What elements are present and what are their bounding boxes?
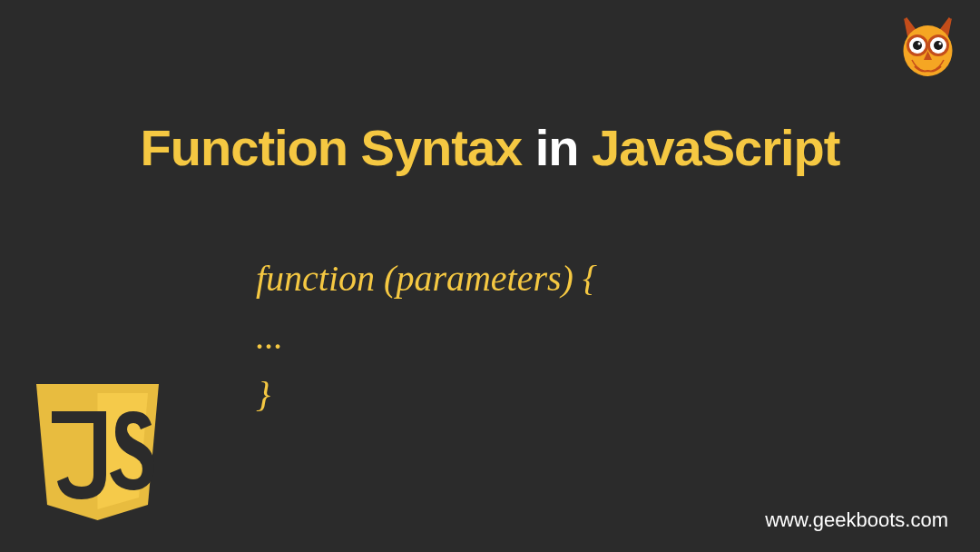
code-line-2: ... (256, 308, 597, 366)
code-line-3: } (256, 366, 597, 424)
title-part2: in (522, 119, 592, 176)
owl-logo-icon (898, 16, 957, 80)
svg-point-7 (913, 41, 922, 50)
website-url: www.geekboots.com (765, 508, 948, 532)
js-logo-icon (32, 380, 163, 525)
title-part1: Function Syntax (141, 119, 523, 176)
svg-point-10 (939, 43, 942, 45)
svg-point-9 (918, 43, 921, 45)
svg-point-8 (934, 41, 943, 50)
code-snippet: function (parameters) { ... } (256, 250, 597, 424)
page-title: Function Syntax in JavaScript (0, 118, 980, 177)
code-line-1: function (parameters) { (256, 250, 597, 308)
title-part3: JavaScript (592, 119, 839, 176)
